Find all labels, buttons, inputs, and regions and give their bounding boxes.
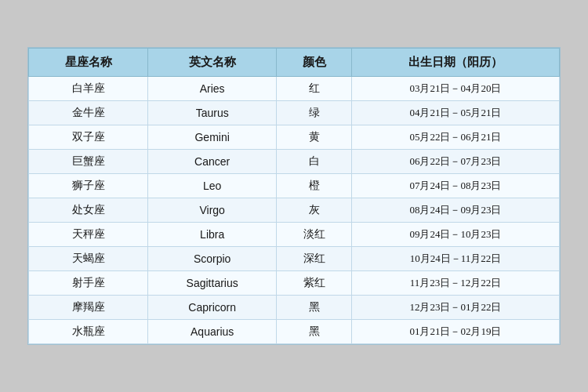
table-row: 白羊座Aries红03月21日－04月20日 — [29, 77, 560, 101]
cell-color: 淡红 — [277, 223, 352, 247]
cell-chinese-name: 巨蟹座 — [29, 150, 148, 174]
cell-color: 橙 — [277, 174, 352, 198]
cell-color: 绿 — [277, 101, 352, 125]
cell-date: 03月21日－04月20日 — [351, 77, 559, 101]
cell-english-name: Gemini — [148, 125, 277, 150]
header-date: 出生日期（阳历） — [351, 49, 559, 77]
cell-chinese-name: 天蝎座 — [29, 247, 148, 271]
table-row: 天秤座Libra淡红09月24日－10月23日 — [29, 223, 560, 247]
cell-chinese-name: 天秤座 — [29, 223, 148, 247]
cell-date: 08月24日－09月23日 — [351, 198, 559, 223]
table-row: 天蝎座Scorpio深红10月24日－11月22日 — [29, 247, 560, 271]
cell-english-name: Aries — [148, 77, 277, 101]
cell-english-name: Sagittarius — [148, 271, 277, 296]
cell-date: 12月23日－01月22日 — [351, 296, 559, 320]
cell-english-name: Capricorn — [148, 296, 277, 320]
cell-date: 06月22日－07月23日 — [351, 150, 559, 174]
header-chinese-name: 星座名称 — [29, 49, 148, 77]
cell-chinese-name: 水瓶座 — [29, 320, 148, 344]
table-row: 双子座Gemini黄05月22日－06月21日 — [29, 125, 560, 150]
table-row: 金牛座Taurus绿04月21日－05月21日 — [29, 101, 560, 125]
cell-date: 11月23日－12月22日 — [351, 271, 559, 296]
cell-date: 10月24日－11月22日 — [351, 247, 559, 271]
zodiac-table-container: 星座名称 英文名称 颜色 出生日期（阳历） 白羊座Aries红03月21日－04… — [27, 47, 561, 345]
zodiac-table: 星座名称 英文名称 颜色 出生日期（阳历） 白羊座Aries红03月21日－04… — [28, 48, 560, 344]
cell-date: 04月21日－05月21日 — [351, 101, 559, 125]
cell-color: 深红 — [277, 247, 352, 271]
header-color: 颜色 — [277, 49, 352, 77]
header-english-name: 英文名称 — [148, 49, 277, 77]
cell-date: 09月24日－10月23日 — [351, 223, 559, 247]
table-row: 处女座Virgo灰08月24日－09月23日 — [29, 198, 560, 223]
cell-chinese-name: 射手座 — [29, 271, 148, 296]
cell-chinese-name: 双子座 — [29, 125, 148, 150]
cell-english-name: Cancer — [148, 150, 277, 174]
cell-color: 黑 — [277, 296, 352, 320]
cell-chinese-name: 摩羯座 — [29, 296, 148, 320]
cell-date: 07月24日－08月23日 — [351, 174, 559, 198]
table-row: 狮子座Leo橙07月24日－08月23日 — [29, 174, 560, 198]
table-header-row: 星座名称 英文名称 颜色 出生日期（阳历） — [29, 49, 560, 77]
cell-color: 黄 — [277, 125, 352, 150]
cell-english-name: Virgo — [148, 198, 277, 223]
cell-english-name: Taurus — [148, 101, 277, 125]
cell-english-name: Leo — [148, 174, 277, 198]
table-row: 水瓶座Aquarius黑01月21日－02月19日 — [29, 320, 560, 344]
table-row: 射手座Sagittarius紫红11月23日－12月22日 — [29, 271, 560, 296]
cell-color: 灰 — [277, 198, 352, 223]
cell-chinese-name: 白羊座 — [29, 77, 148, 101]
cell-english-name: Scorpio — [148, 247, 277, 271]
cell-color: 红 — [277, 77, 352, 101]
cell-chinese-name: 狮子座 — [29, 174, 148, 198]
cell-chinese-name: 金牛座 — [29, 101, 148, 125]
table-row: 摩羯座Capricorn黑12月23日－01月22日 — [29, 296, 560, 320]
cell-chinese-name: 处女座 — [29, 198, 148, 223]
cell-color: 紫红 — [277, 271, 352, 296]
cell-color: 白 — [277, 150, 352, 174]
cell-english-name: Aquarius — [148, 320, 277, 344]
cell-date: 01月21日－02月19日 — [351, 320, 559, 344]
cell-english-name: Libra — [148, 223, 277, 247]
cell-color: 黑 — [277, 320, 352, 344]
cell-date: 05月22日－06月21日 — [351, 125, 559, 150]
table-row: 巨蟹座Cancer白06月22日－07月23日 — [29, 150, 560, 174]
